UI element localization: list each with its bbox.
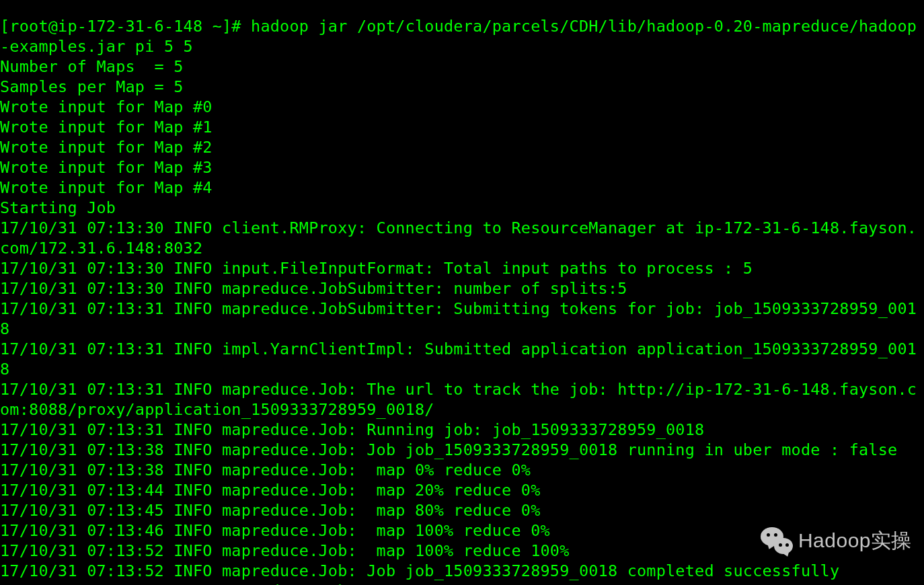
output-line: 17/10/31 07:13:52 INFO mapreduce.Job: Jo… (0, 561, 839, 580)
output-line: 17/10/31 07:13:44 INFO mapreduce.Job: ma… (0, 481, 541, 500)
output-line: Wrote input for Map #3 (0, 158, 213, 177)
output-line: 17/10/31 07:13:38 INFO mapreduce.Job: Jo… (0, 440, 897, 459)
output-line: Samples per Map = 5 (0, 77, 184, 96)
output-line: Wrote input for Map #2 (0, 138, 213, 157)
wechat-icon (761, 526, 793, 555)
output-line: 17/10/31 07:13:30 INFO mapreduce.JobSubm… (0, 279, 627, 298)
output-line: 17/10/31 07:13:52 INFO mapreduce.Job: Co… (0, 582, 482, 586)
output-line: 17/10/31 07:13:52 INFO mapreduce.Job: ma… (0, 541, 570, 560)
output-line: Starting Job (0, 198, 116, 217)
output-line: 17/10/31 07:13:30 INFO input.FileInputFo… (0, 259, 753, 278)
output-line: 17/10/31 07:13:46 INFO mapreduce.Job: ma… (0, 521, 550, 540)
output-line: 17/10/31 07:13:30 INFO client.RMProxy: C… (0, 219, 917, 258)
output-line: Number of Maps = 5 (0, 57, 184, 76)
output-line: Wrote input for Map #1 (0, 118, 213, 136)
output-line: 17/10/31 07:13:31 INFO mapreduce.JobSubm… (0, 299, 917, 338)
output-line: Wrote input for Map #0 (0, 98, 213, 116)
watermark: Hadoop实操 (761, 526, 912, 555)
shell-prompt: [root@ip-172-31-6-148 ~]# (0, 17, 251, 36)
terminal-output[interactable]: [root@ip-172-31-6-148 ~]# hadoop jar /op… (0, 16, 924, 586)
output-line: 17/10/31 07:13:31 INFO impl.YarnClientIm… (0, 340, 917, 379)
output-line: 17/10/31 07:13:31 INFO mapreduce.Job: Ru… (0, 420, 704, 439)
output-line: 17/10/31 07:13:45 INFO mapreduce.Job: ma… (0, 501, 541, 520)
watermark-label: Hadoop实操 (798, 527, 912, 555)
output-line: 17/10/31 07:13:31 INFO mapreduce.Job: Th… (0, 380, 917, 419)
output-line: 17/10/31 07:13:38 INFO mapreduce.Job: ma… (0, 461, 531, 479)
output-line: Wrote input for Map #4 (0, 178, 213, 197)
